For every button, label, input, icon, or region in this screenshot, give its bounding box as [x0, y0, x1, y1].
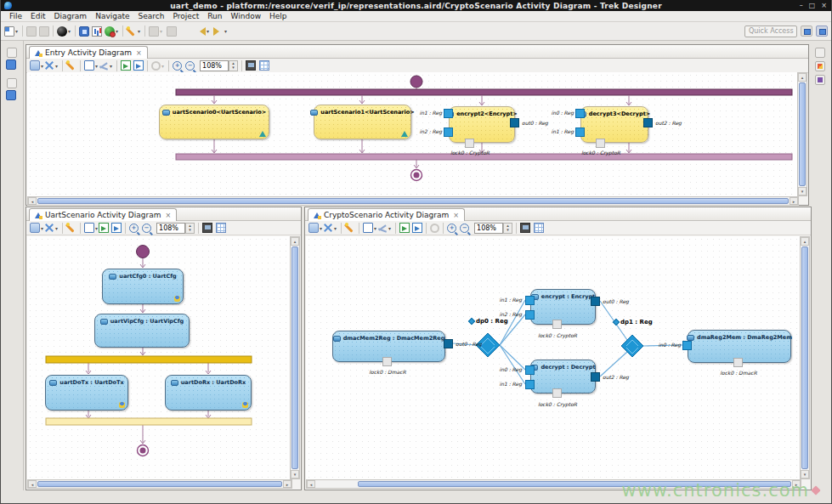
edge[interactable]: [500, 345, 525, 384]
pin-in0[interactable]: [525, 365, 535, 375]
pin-out2[interactable]: [643, 118, 653, 127]
layout-mode-icon[interactable]: [30, 60, 40, 71]
scroll-up-icon[interactable]: ▴: [798, 73, 807, 82]
pin-lock0[interactable]: [596, 139, 605, 148]
dropdown-caret-icon[interactable]: ▾: [320, 225, 322, 231]
record-icon[interactable]: [57, 26, 67, 37]
activity-node-uartDoRx[interactable]: uartDoRx : UartDoRx: [165, 375, 252, 411]
tab-close-icon[interactable]: ×: [165, 212, 171, 219]
grid-icon[interactable]: [534, 223, 544, 233]
filters-icon[interactable]: [323, 223, 333, 233]
activity-node-encrypt[interactable]: encrypt : Encrypt: [530, 289, 596, 325]
dropdown-caret-icon[interactable]: ▾: [55, 225, 58, 231]
join-bar[interactable]: [46, 418, 252, 425]
activity-node-uartCfg0[interactable]: uartCfg0 : UartCfg: [102, 269, 184, 304]
pin-lock0[interactable]: [552, 388, 562, 398]
scroll-up-icon[interactable]: ▴: [291, 237, 299, 246]
zoom-out-icon[interactable]: −: [460, 224, 469, 233]
dropdown-caret-icon[interactable]: ▾: [374, 225, 376, 231]
zoom-in-icon[interactable]: +: [129, 224, 139, 233]
crypto-diagram-canvas[interactable]: dmacMem2Reg : DmacMem2Reg out0 : Reg loc…: [306, 236, 801, 479]
entry-diagram-canvas[interactable]: uartScenario0<UartScenario> uartScenario…: [27, 72, 799, 196]
tab-close-icon[interactable]: ×: [136, 49, 142, 57]
quick-access-field[interactable]: Quick Access: [744, 25, 797, 37]
pin-lock0[interactable]: [552, 320, 562, 329]
import-diagram-icon[interactable]: [412, 223, 422, 233]
zoom-in-icon[interactable]: +: [447, 224, 456, 233]
scroll-left-icon[interactable]: ◂: [28, 197, 37, 205]
pin-out2[interactable]: [591, 372, 600, 382]
pin-lock0[interactable]: [382, 357, 392, 366]
scroll-down-icon[interactable]: ▾: [291, 470, 299, 479]
dropdown-caret-icon[interactable]: ▾: [116, 28, 118, 34]
pin-lock0[interactable]: [465, 139, 474, 148]
tab-uartscenario-activity-diagram[interactable]: UartScenario Activity Diagram ×: [29, 208, 177, 221]
dropdown-caret-icon[interactable]: ▾: [68, 28, 71, 34]
activity-node-uartScenario0[interactable]: uartScenario0<UartScenario>: [159, 105, 269, 139]
menu-diagram[interactable]: Diagram: [50, 11, 92, 22]
outline-view-icon[interactable]: [815, 61, 825, 71]
zoom-spinner[interactable]: ▴▾: [185, 223, 195, 234]
pin-lock0[interactable]: [733, 358, 743, 367]
pin-in1[interactable]: [575, 127, 585, 137]
shape-tool-icon[interactable]: [84, 60, 94, 71]
pin-in2[interactable]: [525, 310, 535, 320]
current-perspective-icon[interactable]: [816, 25, 828, 37]
collapsed-view-icon[interactable]: [7, 48, 17, 58]
entry-horizontal-scrollbar[interactable]: ◂ ▸: [27, 196, 799, 206]
maximize-button[interactable]: □: [809, 0, 816, 11]
menu-run[interactable]: Run: [203, 11, 226, 22]
import-diagram-icon[interactable]: [111, 223, 122, 233]
layout-mode-icon[interactable]: [308, 223, 319, 233]
console-icon[interactable]: [79, 26, 89, 37]
forward-icon[interactable]: [213, 27, 224, 36]
dropdown-caret-icon[interactable]: ▾: [334, 225, 337, 231]
tab-close-icon[interactable]: ×: [453, 212, 459, 219]
collapsed-view-icon[interactable]: [7, 78, 17, 88]
crypto-vertical-scrollbar[interactable]: ▴ ▾: [800, 236, 810, 479]
palette-view-icon[interactable]: [815, 75, 825, 85]
report-icon[interactable]: [92, 26, 102, 37]
edge[interactable]: [600, 352, 627, 377]
grid-icon[interactable]: [216, 223, 226, 233]
shape-tool-icon[interactable]: [84, 223, 94, 233]
menu-file[interactable]: File: [5, 11, 26, 22]
scrollbar-thumb[interactable]: [37, 481, 282, 487]
scrollbar-thumb[interactable]: [801, 246, 808, 469]
snapshot-icon[interactable]: [246, 60, 256, 71]
fork-bar[interactable]: [46, 356, 252, 363]
dropdown-caret-icon[interactable]: ▾: [207, 28, 209, 34]
fork-bar[interactable]: [176, 89, 792, 95]
pin-in1[interactable]: [525, 380, 535, 389]
refresh-wand-icon[interactable]: [345, 223, 355, 233]
initial-node[interactable]: [137, 246, 150, 258]
uart-horizontal-scrollbar[interactable]: ◂ ▸: [27, 479, 292, 489]
scroll-left-icon[interactable]: ◂: [28, 480, 37, 488]
activity-node-decrypt[interactable]: decrypt : Decrypt: [530, 360, 596, 394]
dropdown-caret-icon[interactable]: ▾: [138, 28, 140, 34]
pin-out0[interactable]: [510, 118, 519, 127]
pin-out0[interactable]: [444, 339, 453, 348]
scroll-right-icon[interactable]: ▸: [790, 197, 798, 205]
zoom-in-icon[interactable]: +: [173, 61, 182, 71]
snapshot-icon[interactable]: [520, 223, 530, 233]
activity-node-uartScenario1[interactable]: uartScenario1<UartScenario>: [314, 105, 411, 139]
dropdown-caret-icon[interactable]: ▾: [41, 63, 43, 69]
dropdown-caret-icon[interactable]: ▾: [95, 225, 98, 231]
filters-icon[interactable]: [44, 223, 54, 233]
menu-edit[interactable]: Edit: [26, 11, 49, 22]
menu-navigate[interactable]: Navigate: [91, 11, 133, 22]
dropdown-caret-icon[interactable]: ▾: [388, 225, 391, 231]
outline-tree-icon[interactable]: [6, 90, 16, 100]
zoom-level-input[interactable]: [200, 60, 229, 71]
connection-tool-icon[interactable]: [99, 60, 109, 71]
menu-help[interactable]: Help: [265, 11, 291, 22]
tab-entry-activity-diagram[interactable]: Entry Activity Diagram ×: [29, 46, 148, 59]
restore-pane-icon[interactable]: [815, 48, 825, 58]
activity-node-uartVipCfg[interactable]: uartVipCfg : UartVipCfg: [94, 314, 190, 348]
scroll-up-icon[interactable]: ▴: [801, 237, 809, 246]
shape-tool-icon[interactable]: [363, 223, 373, 233]
wand-icon[interactable]: [127, 26, 137, 37]
dropdown-caret-icon[interactable]: ▾: [110, 63, 112, 69]
activity-node-encrypt2[interactable]: encrypt2<Encrypt>: [449, 106, 515, 143]
